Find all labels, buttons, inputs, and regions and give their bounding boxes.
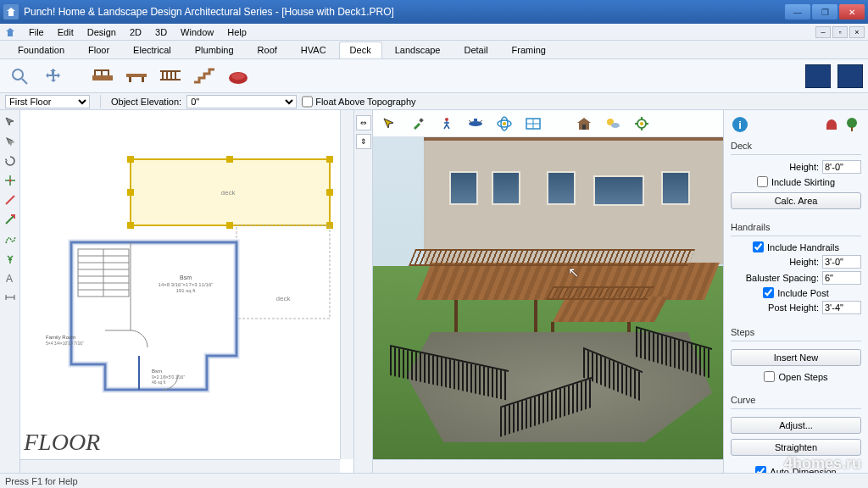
handrail-height-input[interactable] (822, 255, 861, 269)
plan-hscrollbar[interactable] (20, 459, 340, 473)
tab-deck[interactable]: Deck (339, 42, 382, 58)
dimension-tool-icon[interactable] (2, 289, 19, 306)
deck-tool-icon[interactable] (88, 62, 117, 91)
view3d-scene[interactable]: ↖ (373, 137, 723, 459)
tab-landscape[interactable]: Landscape (384, 42, 452, 58)
float-topography-checkbox[interactable]: Float Above Topography (302, 95, 415, 108)
tab-floor[interactable]: Floor (77, 42, 120, 58)
insert-new-button[interactable]: Insert New (731, 349, 861, 366)
include-post-checkbox[interactable] (763, 287, 774, 298)
svg-marker-1 (6, 28, 14, 36)
skirting-checkbox[interactable] (757, 176, 768, 187)
post-height-input[interactable] (822, 301, 861, 314)
tab-electrical[interactable]: Electrical (122, 42, 182, 58)
zoom-tool-icon[interactable] (5, 62, 34, 91)
workspace: A deck deck (0, 110, 868, 473)
tab-hvac[interactable]: HVAC (290, 42, 337, 58)
hottub-tool-icon[interactable] (224, 62, 253, 91)
v3-house-icon[interactable] (573, 113, 595, 135)
v3-settings-icon[interactable] (631, 113, 653, 135)
view-layout2-button[interactable] (837, 64, 863, 88)
tab-framing[interactable]: Framing (501, 42, 557, 58)
cursor-icon: ↖ (568, 264, 579, 280)
import-tool-icon[interactable] (2, 211, 19, 228)
tab-plumbing[interactable]: Plumbing (184, 42, 245, 58)
move-tool-icon[interactable] (2, 172, 19, 189)
svg-line-3 (22, 79, 27, 84)
mdi-restore-button[interactable]: ▫ (832, 26, 848, 38)
svg-marker-0 (7, 8, 15, 16)
straighten-button[interactable]: Straighten (731, 439, 861, 456)
plant-tool-icon[interactable] (2, 250, 19, 267)
svg-rect-30 (326, 156, 333, 163)
line-tool-icon[interactable] (2, 191, 19, 208)
splitter-vert-icon[interactable]: ⇕ (356, 134, 371, 149)
tab-roof[interactable]: Roof (247, 42, 288, 58)
stairs-tool-icon[interactable] (190, 62, 219, 91)
tab-detail[interactable]: Detail (453, 42, 498, 58)
svg-rect-33 (226, 156, 233, 163)
tab-foundation[interactable]: Foundation (7, 42, 75, 58)
status-text: Press F1 for Help (5, 476, 78, 486)
select-all-tool-icon[interactable] (2, 133, 19, 150)
autodim-checkbox[interactable] (755, 466, 766, 473)
tree-icon[interactable] (843, 115, 861, 134)
mdi-minimize-button[interactable]: – (815, 26, 831, 38)
svg-text:Family Room: Family Room (46, 335, 75, 340)
svg-rect-8 (94, 69, 109, 71)
info-icon[interactable]: i (731, 115, 749, 134)
svg-text:Bsm: Bsm (180, 274, 192, 280)
menu-file[interactable]: File (22, 27, 51, 37)
select-tool-icon[interactable] (2, 114, 19, 130)
railing-tool-icon[interactable] (156, 62, 185, 91)
plan-view[interactable]: deck deck (20, 110, 354, 473)
rotate-tool-icon[interactable] (2, 152, 19, 169)
titlebar: Punch! Home & Landscape Design Architect… (0, 0, 868, 24)
red-chair-icon[interactable] (822, 115, 841, 134)
text-tool-icon[interactable]: A (2, 269, 19, 286)
floor-selector[interactable]: First Floor (5, 95, 90, 108)
menu-help[interactable]: Help (220, 27, 253, 37)
mdi-close-button[interactable]: × (849, 26, 865, 38)
svg-line-23 (6, 196, 14, 204)
view3d-hscrollbar[interactable] (373, 459, 723, 473)
plan-vscrollbar[interactable] (340, 110, 353, 459)
baluster-input[interactable] (822, 271, 861, 285)
svg-rect-38 (236, 225, 330, 319)
bench-tool-icon[interactable] (122, 62, 151, 91)
svg-point-76 (640, 122, 643, 125)
v3-dropper-icon[interactable] (407, 113, 429, 135)
v3-fly-icon[interactable] (465, 113, 487, 135)
menu-design[interactable]: Design (81, 27, 123, 37)
menu-edit[interactable]: Edit (51, 27, 81, 37)
view-layout1-button[interactable] (805, 64, 831, 88)
svg-rect-62 (474, 119, 477, 121)
path-tool-icon[interactable] (2, 230, 19, 247)
open-steps-checkbox[interactable] (764, 371, 775, 382)
splitter-horiz-icon[interactable]: ⇔ (356, 115, 371, 130)
menu-2d[interactable]: 2D (123, 27, 148, 37)
svg-rect-59 (419, 118, 424, 123)
v3-plan-icon[interactable] (522, 113, 544, 135)
adjust-button[interactable]: Adjust... (731, 417, 861, 434)
calc-area-button[interactable]: Calc. Area (731, 192, 861, 209)
elevation-input[interactable]: 0" (186, 95, 297, 108)
v3-select-icon[interactable] (378, 113, 400, 135)
svg-rect-10 (129, 77, 131, 82)
minimize-button[interactable]: — (785, 4, 810, 19)
maximize-button[interactable]: ❐ (812, 4, 837, 19)
v3-weather-icon[interactable] (602, 113, 624, 135)
include-handrails-checkbox[interactable] (753, 241, 764, 252)
svg-text:46 sq ft: 46 sq ft (152, 380, 166, 385)
v3-walk-icon[interactable] (436, 113, 458, 135)
pan-tool-icon[interactable] (39, 62, 68, 91)
close-button[interactable]: ✕ (839, 4, 865, 19)
menu-3d[interactable]: 3D (148, 27, 174, 37)
menu-window[interactable]: Window (174, 27, 220, 37)
statusbar: Press F1 for Help (0, 473, 868, 488)
svg-rect-72 (582, 125, 586, 130)
svg-text:deck: deck (221, 189, 236, 197)
v3-orbit-icon[interactable] (493, 113, 515, 135)
open-steps-label: Open Steps (778, 372, 827, 382)
deck-height-input[interactable] (822, 160, 861, 174)
